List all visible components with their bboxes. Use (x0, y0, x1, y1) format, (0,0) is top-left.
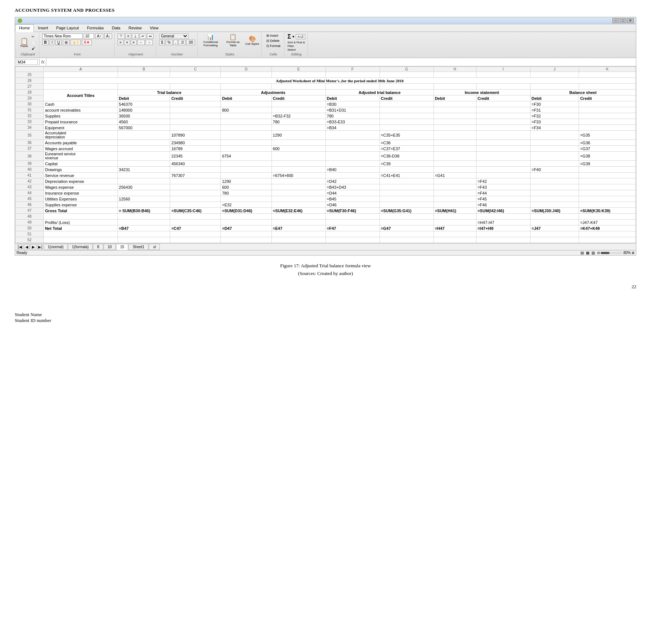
cell-A47[interactable]: Gross Total (44, 208, 118, 214)
cell-H46[interactable] (434, 202, 476, 208)
cell-J36[interactable] (530, 140, 579, 146)
cell-C38[interactable]: 22345 (170, 152, 221, 161)
cell-F51[interactable] (326, 231, 380, 237)
cell-D44[interactable]: 780 (221, 190, 271, 196)
cell-C43[interactable] (170, 184, 221, 190)
cell-D38[interactable]: 6754 (221, 152, 271, 161)
cell-C49[interactable] (170, 220, 221, 225)
insert-button[interactable]: ⊞ Insert (265, 33, 280, 38)
sheet-tab-sheet1[interactable]: Sheet1 (129, 244, 148, 250)
tab-home[interactable]: Home (15, 24, 34, 32)
cell-E38[interactable] (271, 152, 326, 161)
cell-D39[interactable] (221, 161, 271, 167)
cell-A31[interactable]: account receivables (44, 107, 118, 113)
cell-C32[interactable] (170, 113, 221, 119)
cell-G36[interactable]: =C36 (380, 140, 434, 146)
cell-E37[interactable]: 600 (271, 146, 326, 152)
cell-A41[interactable]: Service revenue (44, 173, 118, 178)
cell-G27[interactable] (380, 84, 434, 90)
cell-I51[interactable] (476, 231, 530, 237)
cell-A48[interactable] (44, 214, 118, 220)
first-sheet-button[interactable]: |◀ (17, 244, 23, 249)
sheet-tab-extra[interactable]: ⊘ (149, 244, 160, 250)
cell-I48[interactable] (476, 214, 530, 220)
cell-B48[interactable] (118, 214, 170, 220)
cell-I38[interactable] (476, 152, 530, 161)
cell-J45[interactable] (530, 196, 579, 202)
cell-K36[interactable]: =G36 (579, 140, 636, 146)
cell-J32[interactable]: =F32 (530, 113, 579, 119)
cell-C31[interactable] (170, 107, 221, 113)
cell-H52[interactable] (434, 237, 476, 243)
cell-C39[interactable]: 456340 (170, 161, 221, 167)
cell-D48[interactable] (221, 214, 271, 220)
cell-D46[interactable]: =E32 (221, 202, 271, 208)
cell-D43[interactable]: 600 (221, 184, 271, 190)
cell-J37[interactable] (530, 146, 579, 152)
cell-B45[interactable]: 12560 (118, 196, 170, 202)
prev-sheet-button[interactable]: ◀ (24, 244, 30, 249)
cell-G42[interactable] (380, 178, 434, 184)
cell-B43[interactable]: 256430 (118, 184, 170, 190)
conditional-formatting-button[interactable]: 📊 Conditional Formatting (201, 33, 221, 47)
cell-E50[interactable]: =E47 (271, 225, 326, 231)
cell-E52[interactable] (271, 237, 326, 243)
cell-B50[interactable]: =B47 (118, 225, 170, 231)
cell-D50[interactable]: =D47 (221, 225, 271, 231)
close-button[interactable]: ✕ (627, 18, 634, 23)
cell-H44[interactable] (434, 190, 476, 196)
cell-J47[interactable]: =SUM(J30:J40) (530, 208, 579, 214)
cell-B32[interactable]: 36500 (118, 113, 170, 119)
cell-B27[interactable] (118, 84, 170, 90)
cell-K46[interactable] (579, 202, 636, 208)
cell-G49[interactable] (380, 220, 434, 225)
cell-E42[interactable] (271, 178, 326, 184)
col-G-header[interactable]: G (380, 67, 434, 72)
cell-A51[interactable] (44, 231, 118, 237)
cell-D52[interactable] (221, 237, 271, 243)
cell-K30[interactable] (579, 101, 636, 107)
align-left-button[interactable]: ≡ (118, 40, 123, 45)
cell-F39[interactable] (326, 161, 380, 167)
bold-button[interactable]: B (42, 40, 48, 45)
tab-page-layout[interactable]: Page Layout (52, 24, 83, 32)
font-color-button[interactable]: A▼ (82, 40, 92, 45)
cell-F44[interactable]: =D44 (326, 190, 380, 196)
cell-I43[interactable]: =F43 (476, 184, 530, 190)
zoom-in-button[interactable]: ⊕ (632, 251, 634, 255)
cell-I52[interactable] (476, 237, 530, 243)
cell-F36[interactable] (326, 140, 380, 146)
minimize-button[interactable]: ─ (612, 18, 619, 23)
cell-D29[interactable]: Debit (221, 95, 271, 101)
cell-I42[interactable]: =F42 (476, 178, 530, 184)
cell-J30[interactable]: =F30 (530, 101, 579, 107)
cell-E36[interactable] (271, 140, 326, 146)
merge-center-button[interactable]: ⇔ (147, 33, 154, 39)
cell-I29[interactable]: Credit (476, 95, 530, 101)
cell-A30[interactable]: Cash (44, 101, 118, 107)
font-size-input[interactable] (84, 33, 94, 39)
sort-button[interactable]: A↕Z (296, 34, 305, 39)
cell-B51[interactable] (118, 231, 170, 237)
zoom-out-button[interactable]: ⊖ (597, 251, 600, 255)
sheet-tab-8[interactable]: 8 (93, 244, 103, 250)
cell-I39[interactable] (476, 161, 530, 167)
cell-C30[interactable] (170, 101, 221, 107)
cell-I30[interactable] (476, 101, 530, 107)
cell-F43[interactable]: =B43+D43 (326, 184, 380, 190)
sheet-tab-10[interactable]: 10 (104, 244, 116, 250)
cell-H39[interactable] (434, 161, 476, 167)
align-middle-button[interactable]: ≡ (125, 33, 131, 39)
cell-D51[interactable] (221, 231, 271, 237)
cell-H36[interactable] (434, 140, 476, 146)
cell-K40[interactable] (579, 167, 636, 173)
cell-F33[interactable]: =B33-E33 (326, 119, 380, 125)
cell-F40[interactable]: =B40 (326, 167, 380, 173)
tab-data[interactable]: Data (108, 24, 124, 32)
cell-J27[interactable] (530, 84, 579, 90)
cell-J28[interactable]: Balance sheet (530, 90, 636, 95)
cell-F50[interactable]: =F47 (326, 225, 380, 231)
cell-B52[interactable] (118, 237, 170, 243)
cell-I37[interactable] (476, 146, 530, 152)
cell-B28[interactable]: Trial balance (118, 90, 221, 95)
